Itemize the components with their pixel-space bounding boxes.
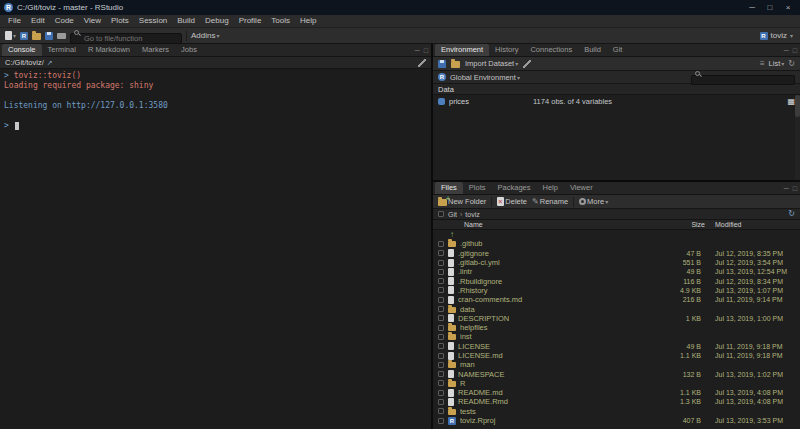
file-row[interactable]: LICENSE49 BJul 11, 2019, 9:18 PM	[433, 342, 800, 351]
column-header-name[interactable]: Name	[464, 221, 669, 228]
environment-tab-connections[interactable]: Connections	[524, 44, 578, 56]
file-checkbox[interactable]	[438, 334, 444, 340]
file-row[interactable]: cran-comments.md216 BJul 11, 2019, 9:14 …	[433, 295, 800, 304]
environment-tab-build[interactable]: Build	[578, 44, 607, 56]
select-all-checkbox[interactable]	[438, 211, 444, 217]
menu-help[interactable]: Help	[295, 15, 321, 27]
file-checkbox[interactable]	[438, 371, 444, 377]
print-button[interactable]	[57, 33, 66, 39]
clear-console-button[interactable]	[418, 59, 426, 67]
file-row[interactable]: .github	[433, 239, 800, 248]
file-row[interactable]: helpfiles	[433, 323, 800, 332]
open-in-explorer-icon[interactable]: ↗	[47, 58, 53, 68]
load-workspace-button[interactable]	[451, 59, 460, 68]
minimize-icon[interactable]: ─	[744, 1, 760, 14]
console-tab-r-markdown[interactable]: R Markdown	[82, 44, 136, 56]
list-view-button[interactable]: List▾	[769, 59, 785, 68]
new-file-button[interactable]: ▾	[5, 31, 16, 40]
file-checkbox[interactable]	[438, 241, 444, 247]
menu-build[interactable]: Build	[172, 15, 200, 27]
console-tab-terminal[interactable]: Terminal	[42, 44, 82, 56]
goto-file-input[interactable]	[70, 33, 182, 44]
file-row[interactable]: .Rhistory4.9 KBJul 13, 2019, 1:07 PM	[433, 286, 800, 295]
file-row[interactable]: README.Rmd1.3 KBJul 13, 2019, 4:08 PM	[433, 397, 800, 406]
menu-plots[interactable]: Plots	[106, 15, 134, 27]
menu-code[interactable]: Code	[50, 15, 79, 27]
file-row[interactable]: Rtoviz.Rproj407 BJul 13, 2019, 3:53 PM	[433, 416, 800, 425]
menu-file[interactable]: File	[3, 15, 26, 27]
file-row[interactable]: LICENSE.md1.1 KBJul 11, 2019, 9:18 PM	[433, 351, 800, 360]
file-checkbox[interactable]	[438, 418, 444, 424]
scrollbar-thumb[interactable]	[795, 95, 800, 117]
file-row[interactable]: README.md1.1 KBJul 13, 2019, 4:08 PM	[433, 388, 800, 397]
menu-tools[interactable]: Tools	[266, 15, 295, 27]
files-tab-plots[interactable]: Plots	[463, 182, 492, 194]
environment-object-row[interactable]: prices1174 obs. of 4 variables▦	[433, 95, 800, 107]
file-checkbox[interactable]	[438, 380, 444, 386]
breadcrumb-segment[interactable]: toviz	[465, 211, 479, 218]
scrollbar[interactable]	[795, 95, 800, 180]
files-tab-viewer[interactable]: Viewer	[564, 182, 599, 194]
file-row[interactable]: data	[433, 304, 800, 313]
file-checkbox[interactable]	[438, 306, 444, 312]
environment-tab-environment[interactable]: Environment	[435, 44, 489, 56]
refresh-icon[interactable]: ↻	[788, 209, 795, 219]
project-menu-button[interactable]: R toviz ▾	[760, 31, 795, 40]
save-workspace-button[interactable]	[438, 60, 446, 68]
column-header-size[interactable]: Size	[669, 221, 705, 228]
console-tab-console[interactable]: Console	[2, 44, 42, 56]
file-checkbox[interactable]	[438, 325, 444, 331]
environment-scope-selector[interactable]: Global Environment▾	[450, 73, 520, 82]
pane-minimize-icon[interactable]: ─	[784, 183, 789, 194]
file-row[interactable]: man	[433, 360, 800, 369]
file-checkbox[interactable]	[438, 353, 444, 359]
file-checkbox[interactable]	[438, 269, 444, 275]
file-checkbox[interactable]	[438, 362, 444, 368]
file-checkbox[interactable]	[438, 250, 444, 256]
file-checkbox[interactable]	[438, 315, 444, 321]
breadcrumb-segment[interactable]: Git	[448, 211, 457, 218]
view-data-icon[interactable]: ▦	[787, 97, 795, 106]
new-project-button[interactable]: R	[20, 32, 28, 40]
file-row[interactable]: .lintr49 BJul 13, 2019, 12:54 PM	[433, 267, 800, 276]
close-icon[interactable]: ×	[780, 1, 796, 14]
more-button[interactable]: More▾	[579, 197, 608, 206]
file-row[interactable]: NAMESPACE132 BJul 13, 2019, 1:02 PM	[433, 369, 800, 378]
files-tab-files[interactable]: Files	[435, 182, 463, 194]
file-row[interactable]: .Rbuildignore116 BJul 12, 2019, 8:34 PM	[433, 276, 800, 285]
files-tab-packages[interactable]: Packages	[492, 182, 537, 194]
file-checkbox[interactable]	[438, 399, 444, 405]
menu-view[interactable]: View	[79, 15, 106, 27]
environment-tab-git[interactable]: Git	[607, 44, 629, 56]
menu-profile[interactable]: Profile	[234, 15, 267, 27]
menu-edit[interactable]: Edit	[26, 15, 50, 27]
new-folder-button[interactable]: New Folder	[438, 197, 486, 206]
menu-debug[interactable]: Debug	[200, 15, 234, 27]
file-row[interactable]: .gitlab-ci.yml551 BJul 12, 2019, 3:54 PM	[433, 258, 800, 267]
delete-button[interactable]: Delete	[497, 197, 527, 206]
pane-minimize-icon[interactable]: ─	[784, 45, 789, 56]
file-row[interactable]: .gitignore47 BJul 12, 2019, 8:35 PM	[433, 249, 800, 258]
pane-maximize-icon[interactable]: □	[424, 45, 428, 56]
import-dataset-button[interactable]: Import Dataset▾	[465, 59, 518, 68]
file-checkbox[interactable]	[438, 390, 444, 396]
console-tab-jobs[interactable]: Jobs	[175, 44, 203, 56]
pane-maximize-icon[interactable]: □	[793, 183, 797, 194]
file-checkbox[interactable]	[438, 278, 444, 284]
menu-session[interactable]: Session	[134, 15, 172, 27]
column-header-modified[interactable]: Modified	[705, 221, 795, 228]
file-row[interactable]: R	[433, 379, 800, 388]
file-row[interactable]: inst	[433, 332, 800, 341]
file-checkbox[interactable]	[438, 287, 444, 293]
rename-button[interactable]: ✎Rename	[532, 197, 568, 206]
file-checkbox[interactable]	[438, 408, 444, 414]
environment-tab-history[interactable]: History	[489, 44, 524, 56]
open-file-button[interactable]	[32, 31, 41, 40]
file-row[interactable]: tests	[433, 407, 800, 416]
console-output[interactable]: > toviz::toviz()Loading required package…	[0, 69, 431, 429]
file-checkbox[interactable]	[438, 260, 444, 266]
file-checkbox[interactable]	[438, 297, 444, 303]
refresh-icon[interactable]: ↻	[788, 59, 795, 69]
pane-maximize-icon[interactable]: □	[793, 45, 797, 56]
save-button[interactable]	[45, 32, 53, 40]
